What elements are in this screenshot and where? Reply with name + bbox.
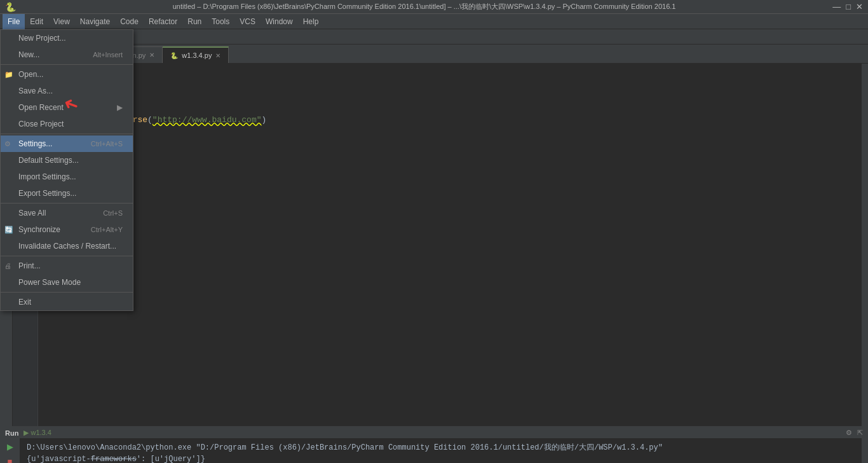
- editor-tabs: 🐍 daili.py ✕ 🐍 daili_bokeyuan.py ✕ 🐍 w1.…: [13, 45, 868, 64]
- menu-run[interactable]: Run: [182, 14, 207, 29]
- tab-w134-label: w1.3.4.py: [182, 52, 212, 59]
- tab-bokeyuan-close[interactable]: ✕: [149, 52, 154, 59]
- run-panel-scrollbar[interactable]: [862, 438, 868, 463]
- print-label: Print...: [18, 261, 41, 270]
- menu-new-project[interactable]: New Project...: [1, 30, 133, 46]
- open-recent-label: Open Recent: [18, 103, 64, 112]
- menu-open-recent[interactable]: Open Recent ▶: [1, 99, 133, 116]
- menu-default-settings[interactable]: Default Settings...: [1, 152, 133, 169]
- new-shortcut: Alt+Insert: [93, 51, 123, 59]
- run-file-name: ▶ w1.3.4: [24, 429, 51, 437]
- menu-refactor[interactable]: Refactor: [144, 14, 182, 29]
- run-header: Run ▶ w1.3.4 ⚙ ⇱: [0, 427, 868, 438]
- code-line-4: [48, 103, 851, 114]
- new-label: New...: [18, 50, 39, 59]
- run-panel: ▶ ■ ▲ ▼ ⏸ ↺ ≡ 🗑 ✕ ? D:\Users\lenovo\Anac…: [0, 438, 868, 463]
- maximize-button[interactable]: □: [846, 2, 851, 11]
- code-line-6: print temp: [48, 126, 851, 137]
- settings-icon: ⚙: [4, 140, 11, 148]
- menu-tools[interactable]: Tools: [207, 14, 234, 29]
- menu-save-as[interactable]: Save As...: [1, 83, 133, 99]
- separator-5: [1, 292, 133, 293]
- new-project-label: New Project...: [18, 34, 66, 43]
- editor-area: 🐍 daili.py ✕ 🐍 daili_bokeyuan.py ✕ 🐍 w1.…: [13, 45, 868, 426]
- save-all-shortcut: Ctrl+S: [103, 209, 123, 217]
- app-icon: 🐍: [5, 2, 16, 12]
- menu-synchronize[interactable]: 🔄 Synchronize Ctrl+Alt+Y: [1, 221, 133, 238]
- settings-label: Settings...: [18, 139, 52, 148]
- settings-shortcut: Ctrl+Alt+S: [91, 140, 123, 148]
- menu-save-all[interactable]: Save All Ctrl+S: [1, 205, 133, 221]
- code-line-5: temp=builtwith.parse("http://www.baidu.c…: [48, 114, 851, 126]
- code-editor[interactable]: 1 2 3 4 5 6 7 #coding:utf-8 import built…: [13, 64, 868, 426]
- menu-open[interactable]: 📁 Open...: [1, 66, 133, 83]
- default-settings-label: Default Settings...: [18, 156, 79, 165]
- run-panel-gear[interactable]: ⚙: [846, 429, 852, 437]
- save-as-label: Save As...: [18, 86, 53, 95]
- menu-view[interactable]: View: [48, 14, 75, 29]
- run-panel-expand[interactable]: ⇱: [857, 429, 863, 437]
- run-stop-btn[interactable]: ■: [3, 455, 17, 463]
- run-panel-title: Run: [5, 429, 18, 437]
- code-line-1: #coding:utf-8: [48, 69, 851, 80]
- save-all-label: Save All: [18, 209, 46, 218]
- menu-invalidate-caches[interactable]: Invalidate Caches / Restart...: [1, 238, 133, 254]
- power-save-label: Power Save Mode: [18, 278, 81, 287]
- menu-file[interactable]: File: [3, 14, 25, 29]
- menu-bar: File Edit View Navigate Code Refactor Ru…: [0, 14, 868, 29]
- separator-2: [1, 134, 133, 134]
- sync-icon: 🔄: [4, 226, 13, 234]
- tab-w1-3-4[interactable]: 🐍 w1.3.4.py ✕: [163, 46, 229, 63]
- separator-4: [1, 256, 133, 256]
- menu-close-project[interactable]: Close Project: [1, 116, 133, 132]
- menu-exit[interactable]: Exit: [1, 294, 133, 310]
- separator-3: [1, 203, 133, 204]
- invalidate-label: Invalidate Caches / Restart...: [18, 242, 116, 251]
- open-label: Open...: [18, 70, 43, 79]
- code-line-7: [48, 137, 851, 149]
- tab-w134-close[interactable]: ✕: [215, 52, 220, 59]
- menu-help[interactable]: Help: [298, 14, 324, 29]
- run-output-line-1: D:\Users\lenovo\Anaconda2\python.exe "D:…: [27, 442, 855, 453]
- export-settings-label: Export Settings...: [18, 189, 76, 198]
- window-controls: — □ ✕: [832, 2, 863, 11]
- title-text: untitled – D:\Program Files (x86)\JetBra…: [16, 2, 832, 11]
- print-icon: 🖨: [4, 262, 11, 270]
- menu-new[interactable]: New... Alt+Insert: [1, 46, 133, 63]
- menu-navigate[interactable]: Navigate: [75, 14, 115, 29]
- minimize-button[interactable]: —: [832, 2, 841, 11]
- tab-w134-icon: 🐍: [170, 52, 178, 59]
- sync-shortcut: Ctrl+Alt+Y: [91, 226, 123, 233]
- run-output-line-2: {u'javascript-frameworks': [u'jQuery']}: [27, 453, 855, 463]
- code-line-2: [48, 80, 851, 92]
- run-output: D:\Users\lenovo\Anaconda2\python.exe "D:…: [20, 438, 862, 463]
- run-play-btn[interactable]: ▶: [3, 441, 17, 453]
- close-project-label: Close Project: [18, 120, 64, 128]
- menu-vcs[interactable]: VCS: [234, 14, 261, 29]
- menu-settings[interactable]: ⚙ Settings... Ctrl+Alt+S: [1, 135, 133, 152]
- title-bar: 🐍 untitled – D:\Program Files (x86)\JetB…: [0, 0, 868, 14]
- file-dropdown-menu: New Project... New... Alt+Insert 📁 Open.…: [0, 29, 133, 311]
- menu-code[interactable]: Code: [115, 14, 144, 29]
- open-icon: 📁: [4, 71, 13, 79]
- import-settings-label: Import Settings...: [18, 172, 76, 181]
- menu-edit[interactable]: Edit: [25, 14, 48, 29]
- run-sidebar: ▶ ■ ▲ ▼ ⏸ ↺ ≡ 🗑 ✕ ?: [0, 438, 20, 463]
- menu-power-save[interactable]: Power Save Mode: [1, 274, 133, 291]
- bottom-panel: Run ▶ w1.3.4 ⚙ ⇱ ▶ ■ ▲ ▼ ⏸ ↺ ≡ 🗑 ✕ ? D:: [0, 426, 868, 463]
- open-recent-arrow: ▶: [117, 103, 123, 112]
- synchronize-label: Synchronize: [18, 225, 60, 234]
- close-button[interactable]: ✕: [856, 2, 863, 11]
- code-line-3: import builtwith: [48, 92, 851, 103]
- code-content[interactable]: #coding:utf-8 import builtwith temp=buil…: [38, 64, 862, 426]
- menu-import-settings[interactable]: Import Settings...: [1, 169, 133, 185]
- editor-scrollbar[interactable]: [862, 64, 868, 426]
- menu-export-settings[interactable]: Export Settings...: [1, 185, 133, 202]
- exit-label: Exit: [18, 298, 31, 307]
- menu-print[interactable]: 🖨 Print...: [1, 258, 133, 274]
- menu-window[interactable]: Window: [261, 14, 298, 29]
- separator-1: [1, 64, 133, 65]
